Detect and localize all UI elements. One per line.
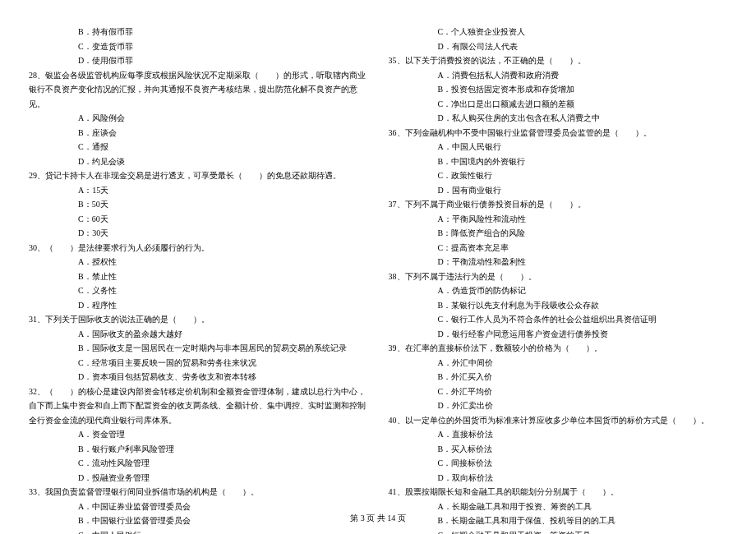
q32-opt-c: C．流动性风险管理 xyxy=(29,456,368,471)
q32-opt-b: B．银行账户利率风险管理 xyxy=(29,442,368,457)
q31-opt-d: D．资本项目包括贸易收支、劳务收支和资本转移 xyxy=(29,370,368,384)
q40-opt-d: D．双向标价法 xyxy=(389,471,728,486)
q40-opt-a: A．直接标价法 xyxy=(389,427,728,442)
q28-opt-d: D．约见会谈 xyxy=(29,154,368,169)
q40-opt-c: C．间接标价法 xyxy=(389,456,728,471)
q31-opt-b: B．国际收支是一国居民在一定时期内与非本国居民的贸易交易的系统记录 xyxy=(29,341,368,356)
q29-opt-b: B：50天 xyxy=(29,197,368,212)
q38-opt-b: B．某银行以先支付利息为手段吸收公众存款 xyxy=(389,298,728,313)
q29-opt-c: C：60天 xyxy=(29,212,368,227)
q32-text: 32、（ ）的核心是建设内部资金转移定价机制和全额资金管理体制，建成以总行为中心… xyxy=(29,384,368,399)
q28-opt-c: C．通报 xyxy=(29,140,368,154)
q34-opt-c: C．个人独资企业投资人 xyxy=(389,25,728,39)
q41-opt-a: A．长期金融工具和用于投资、筹资的工具 xyxy=(389,499,728,514)
q37-opt-a: A：平衡风险性和流动性 xyxy=(389,212,728,227)
q39-opt-c: C．外汇平均价 xyxy=(389,384,728,399)
page-content: B．持有假币罪 C．变造货币罪 D．使用假币罪 28、银监会各级监管机构应每季度… xyxy=(0,0,756,534)
q33-text: 33、我国负责监督管理银行间同业拆借市场的机构是（ ）。 xyxy=(29,485,368,499)
q35-opt-d: D．私人购买住房的支出包含在私人消费之中 xyxy=(389,111,728,126)
q27-opt-d: D．使用假币罪 xyxy=(29,53,368,68)
q38-opt-c: C．银行工作人员为不符合条件的社会公益组织出具资信证明 xyxy=(389,312,728,327)
q37-opt-c: C：提高资本充足率 xyxy=(389,241,728,255)
left-column: B．持有假币罪 C．变造货币罪 D．使用假币罪 28、银监会各级监管机构应每季度… xyxy=(29,25,368,534)
q32-text-2: 自下而上集中资金和自上而下配置资金的收支两条线、全额计价、集中调控、实时监测和控… xyxy=(29,398,368,413)
q28-text-2: 银行不良资产变化情况的汇报，并向其通报不良资产考核结果，提出防范化解不良资产的意… xyxy=(29,82,368,111)
page-footer: 第 3 页 共 14 页 xyxy=(0,513,756,524)
q31-opt-a: A．国际收支的盈余越大越好 xyxy=(29,327,368,342)
q39-text: 39、在汇率的直接标价法下，数额较小的价格为（ ）。 xyxy=(389,341,728,356)
q31-opt-c: C．经常项目主要反映一国的贸易和劳务往来状况 xyxy=(29,356,368,371)
q39-opt-a: A．外汇中间价 xyxy=(389,356,728,371)
q35-opt-b: B．投资包括固定资本形成和存货增加 xyxy=(389,82,728,97)
q40-opt-b: B．买入标价法 xyxy=(389,442,728,457)
q35-opt-a: A．消费包括私人消费和政府消费 xyxy=(389,68,728,83)
q31-text: 31、下列关于国际收支的说法正确的是（ ）。 xyxy=(29,312,368,327)
q30-opt-b: B．禁止性 xyxy=(29,269,368,284)
q30-opt-a: A．授权性 xyxy=(29,255,368,269)
q36-text: 36、下列金融机构中不受中国银行业监督管理委员会监管的是（ ）。 xyxy=(389,126,728,140)
q30-opt-c: C．义务性 xyxy=(29,283,368,298)
q35-opt-c: C．净出口是出口额减去进口额的差额 xyxy=(389,97,728,112)
q36-opt-c: C．政策性银行 xyxy=(389,168,728,183)
q35-text: 35、以下关于消费投资的说法，不正确的是（ ）。 xyxy=(389,53,728,68)
q37-text: 37、下列不属于商业银行债券投资目标的是（ ）。 xyxy=(389,197,728,212)
q30-opt-d: D．程序性 xyxy=(29,298,368,313)
q32-opt-a: A．资金管理 xyxy=(29,427,368,442)
q28-text: 28、银监会各级监管机构应每季度或根据风险状况不定期采取（ ）的形式，听取辖内商… xyxy=(29,68,368,83)
q32-opt-d: D．投融资业务管理 xyxy=(29,471,368,486)
q29-opt-a: A：15天 xyxy=(29,183,368,198)
q28-opt-b: B．座谈会 xyxy=(29,126,368,140)
q32-text-3: 全行资金金流的现代商业银行司库体系。 xyxy=(29,413,368,428)
q27-opt-c: C．变造货币罪 xyxy=(29,39,368,54)
q29-opt-d: D：30天 xyxy=(29,226,368,241)
right-column: C．个人独资企业投资人 D．有限公司法人代表 35、以下关于消费投资的说法，不正… xyxy=(389,25,728,534)
q33-opt-c: C．中国人民银行 xyxy=(29,528,368,535)
q28-opt-a: A．风险例会 xyxy=(29,111,368,126)
q38-opt-d: D．银行经客户同意运用客户资金进行债券投资 xyxy=(389,327,728,342)
q34-opt-d: D．有限公司法人代表 xyxy=(389,39,728,54)
q36-opt-a: A．中国人民银行 xyxy=(389,140,728,154)
q39-opt-b: B．外汇买入价 xyxy=(389,370,728,384)
q36-opt-d: D．国有商业银行 xyxy=(389,183,728,198)
q27-opt-b: B．持有假币罪 xyxy=(29,25,368,39)
q39-opt-d: D．外汇卖出价 xyxy=(389,398,728,413)
q38-text: 38、下列不属于违法行为的是（ ）。 xyxy=(389,269,728,284)
q41-text: 41、股票按期限长短和金融工具的职能划分分别属于（ ）。 xyxy=(389,485,728,499)
q41-opt-c: C．短期金融工具和用于投资、筹资的工具 xyxy=(389,528,728,535)
q29-text: 29、贷记卡持卡人在非现金交易是进行透支，可享受最长（ ）的免息还款期待遇。 xyxy=(29,168,368,183)
q40-text: 40、以一定单位的外国货币为标准来计算应收多少单位本国货币的标价方式是（ ）。 xyxy=(389,413,728,428)
q30-text: 30、（ ）是法律要求行为人必须履行的行为。 xyxy=(29,241,368,255)
q37-opt-b: B：降低资产组合的风险 xyxy=(389,226,728,241)
q37-opt-d: D：平衡流动性和盈利性 xyxy=(389,255,728,269)
q36-opt-b: B．中国境内的外资银行 xyxy=(389,154,728,169)
q33-opt-a: A．中国证券业监督管理委员会 xyxy=(29,499,368,514)
q38-opt-a: A．伪造货币的防伪标记 xyxy=(389,283,728,298)
